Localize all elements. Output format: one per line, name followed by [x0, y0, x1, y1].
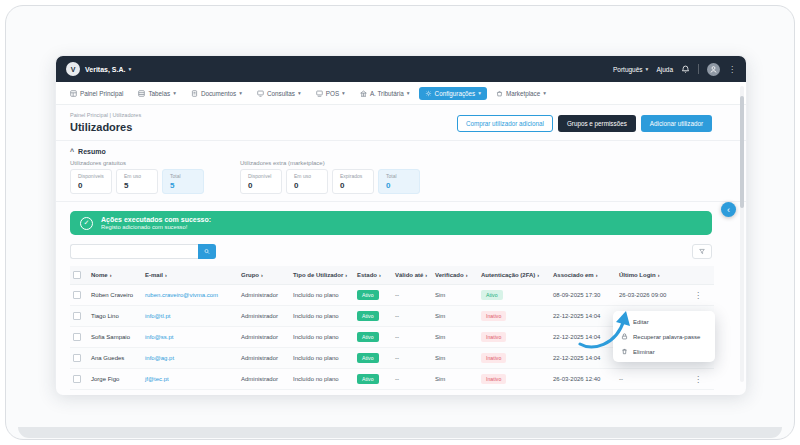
nav-item-documentos[interactable]: Documentos ▾ [185, 87, 248, 100]
row-menu-button[interactable]: ⋮ [682, 285, 714, 306]
valid-until: -- [392, 348, 432, 369]
user-email-link[interactable]: info@tl.pt [145, 313, 170, 319]
user-group: Administrador [238, 369, 290, 390]
language-selector[interactable]: Português ▾ [613, 66, 648, 73]
col-header-email[interactable]: E-mail› [142, 266, 238, 285]
buy-additional-user-button[interactable]: Comprar utilizador adicional [457, 115, 553, 132]
chevron-down-icon: ▾ [646, 66, 649, 72]
col-header-2fa[interactable]: Autenticação (2FA)› [478, 266, 550, 285]
page-title: Utilizadores [70, 121, 141, 133]
notifications-button[interactable] [681, 65, 690, 74]
table-row: Jorge Figo jf@tec.pt Administrador Inclu… [70, 369, 714, 390]
free-users-group: Utilizadores gratuitos Disponíveis 0 Em … [70, 160, 204, 194]
company-name: Veritas, S.A. [85, 66, 125, 73]
nav-item-consultas[interactable]: Consultas ▾ [251, 87, 307, 100]
menu-item-editar[interactable]: Editar [613, 314, 715, 329]
search-button[interactable] [198, 244, 216, 259]
summary-toggle[interactable]: ^ Resumo [70, 148, 712, 155]
device-frame-bottom [18, 427, 782, 438]
topbar-divider [698, 64, 699, 74]
col-header-verificado[interactable]: Verificado› [432, 266, 478, 285]
col-header-ultimo-login[interactable]: Último Login› [616, 266, 682, 285]
verified: Sim [432, 327, 478, 348]
scrollbar-thumb[interactable] [740, 96, 744, 208]
topbar-menu-button[interactable]: ⋮ [728, 65, 736, 74]
tables-icon [138, 90, 145, 97]
col-header-nome[interactable]: Nome› [88, 266, 142, 285]
dashboard-icon [70, 90, 77, 97]
row-checkbox[interactable] [73, 333, 81, 341]
row-menu-button[interactable]: ⋮ [682, 369, 714, 390]
nav-item-painel-principal[interactable]: Painel Principal [64, 87, 129, 100]
status-badge: Ativo [357, 353, 379, 363]
col-header-associado[interactable]: Associado em› [550, 266, 616, 285]
monitor-icon [257, 90, 264, 97]
user-type: Incluído no plano [290, 285, 354, 306]
stat-in-use: Em uso 5 [116, 169, 158, 194]
filter-button[interactable] [692, 244, 712, 259]
associated-date: 22-12-2025 14:04 [550, 348, 616, 369]
help-link[interactable]: Ajuda [656, 66, 673, 73]
menu-item-eliminar[interactable]: Eliminar [613, 344, 715, 359]
user-name: Ana Guedes [88, 348, 142, 369]
sort-icon: › [165, 272, 167, 278]
pencil-icon [621, 318, 628, 325]
scrollbar-track[interactable] [740, 86, 744, 382]
breadcrumb-current: Utilizadores [112, 112, 141, 118]
company-selector[interactable]: Veritas, S.A. ▾ [85, 66, 131, 73]
user-email-link[interactable]: ruben.craveiro@vivma.com [145, 292, 218, 298]
menu-item-recuperar-palavra-passe[interactable]: Recuperar palavra-passe [613, 329, 715, 344]
stat-expired: Expirados 0 [332, 169, 374, 194]
check-icon: ✓ [80, 217, 93, 230]
free-users-label: Utilizadores gratuitos [70, 160, 204, 166]
col-header-grupo[interactable]: Grupo› [238, 266, 290, 285]
status-badge: Ativo [357, 311, 379, 321]
row-checkbox[interactable] [73, 354, 81, 362]
alert-title: Ações executados com sucesso: [101, 216, 211, 223]
user-name: Sofia Sampaio [88, 327, 142, 348]
documents-icon [191, 90, 198, 97]
breadcrumb-root[interactable]: Painel Principal [70, 112, 108, 118]
nav-item-pos[interactable]: POS ▾ [310, 87, 351, 100]
col-header-tipo[interactable]: Tipo de Utilizador› [290, 266, 354, 285]
row-checkbox[interactable] [73, 375, 81, 383]
nav-item-configuracoes[interactable]: Configurações ▾ [419, 87, 487, 100]
nav-item-a-tributaria[interactable]: A. Tributária ▾ [354, 87, 416, 100]
groups-permissions-button[interactable]: Grupos e permissões [558, 115, 636, 132]
sort-icon: › [537, 272, 539, 278]
sort-icon: › [425, 272, 427, 278]
last-login-date: 26-03-2026 09:00 [616, 285, 682, 306]
nav-item-tabelas[interactable]: Tabelas ▾ [132, 87, 181, 100]
search-icon [204, 247, 210, 256]
stat-available: Disponível 0 [240, 169, 282, 194]
chevron-down-icon: ▾ [407, 90, 410, 96]
last-login-date: -- [616, 369, 682, 390]
nav-item-marketplace[interactable]: Marketplace ▾ [490, 87, 552, 100]
person-icon [709, 65, 718, 74]
user-avatar-button[interactable] [707, 63, 720, 76]
gear-icon [425, 90, 432, 97]
chevron-down-icon: ▾ [543, 90, 546, 96]
sort-icon: › [596, 272, 598, 278]
col-header-valido[interactable]: Válido até› [392, 266, 432, 285]
company-logo: V [66, 62, 80, 76]
add-user-button[interactable]: Adicionar utilizador [641, 115, 712, 132]
main-nav: Painel Principal Tabelas ▾ Documentos ▾ … [56, 82, 746, 105]
select-all-checkbox[interactable] [73, 271, 81, 279]
search-input[interactable] [70, 244, 198, 259]
user-email-link[interactable]: info@ss.pt [145, 334, 173, 340]
trash-icon [621, 348, 628, 355]
user-email-link[interactable]: info@ag.pt [145, 355, 174, 361]
row-checkbox[interactable] [73, 291, 81, 299]
extra-users-label: Utilizadores extra (marketplace) [240, 160, 420, 166]
user-type: Incluído no plano [290, 348, 354, 369]
marketplace-icon [496, 90, 503, 97]
valid-until: -- [392, 369, 432, 390]
col-header-estado[interactable]: Estado› [354, 266, 392, 285]
user-email-link[interactable]: jf@tec.pt [145, 376, 169, 382]
divider [56, 201, 746, 202]
status-badge: Ativo [357, 332, 379, 342]
panel-toggle-button[interactable]: ‹ [721, 202, 736, 217]
success-alert: ✓ Ações executados com sucesso: Registo … [70, 211, 712, 235]
row-checkbox[interactable] [73, 312, 81, 320]
